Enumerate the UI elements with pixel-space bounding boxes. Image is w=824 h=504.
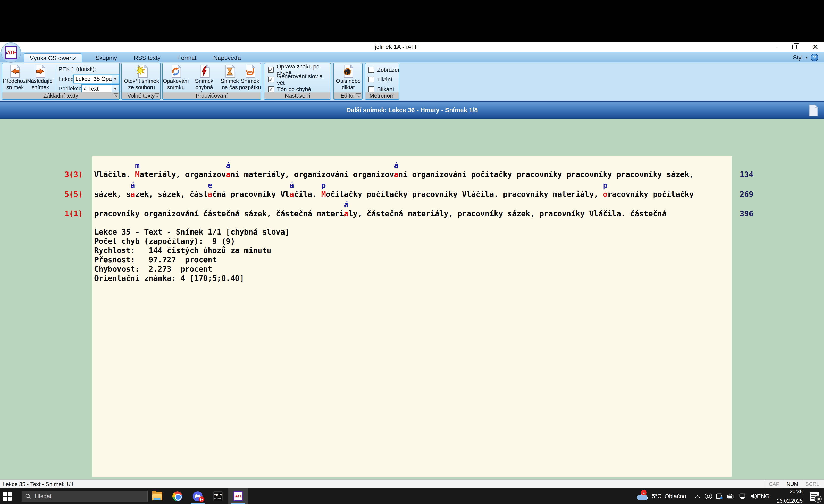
repeat-slide-button[interactable]: Opakování snímku — [164, 65, 188, 91]
checkbox-label: Generování slov a vět — [277, 73, 331, 86]
restore-icon — [792, 44, 797, 49]
discord-button[interactable]: 9+ — [188, 489, 208, 504]
app-menu-button[interactable]: iATF — [1, 42, 21, 63]
checkbox-label: Tón po chybě — [277, 86, 311, 93]
checked-checkbox-icon[interactable]: ✓ — [268, 86, 274, 92]
chevron-down-icon[interactable]: ▼ — [112, 85, 118, 93]
restore-button[interactable] — [790, 42, 800, 52]
next-slide-button[interactable]: Následující snímek — [27, 65, 54, 91]
unchecked-checkbox-icon[interactable] — [368, 86, 374, 92]
next-slide-text: Další snímek: Lekce 36 - Hmaty - Snímek … — [0, 102, 824, 118]
group-zakladni-texty: Předchozí snímek Následující snímek PEK … — [2, 63, 120, 100]
group-editor: Opis nebo diktát Editor ↘ — [333, 63, 363, 100]
tab-3[interactable]: RSS texty — [130, 53, 164, 62]
group-nastaveni: ✓Oprava znaku po chybě✓Generování slov a… — [264, 63, 331, 100]
help-button[interactable]: ? — [811, 53, 818, 61]
error-words-slide-button[interactable]: Snímek chybná slova — [189, 65, 220, 97]
error-letter: a — [226, 170, 230, 179]
previous-slide-button[interactable]: Předchozí snímek — [4, 65, 26, 91]
stroke-count: 269 — [740, 190, 753, 199]
screen: jelinek 1A - iATF ✕ iATF Výuka CS qwertz… — [0, 0, 824, 504]
tray-chevron-button[interactable] — [695, 489, 701, 504]
stat-line: Přesnost: 97.727 procent — [94, 255, 290, 264]
hourglass-icon — [224, 65, 236, 78]
dialog-launcher-icon[interactable]: ↘ — [356, 93, 361, 98]
stroke-count: 134 — [740, 170, 753, 179]
error-letter: a — [344, 209, 348, 218]
backwards-slide-button[interactable]: Snímek pozpátku — [239, 65, 261, 91]
error-counter: 1(1) — [60, 209, 83, 218]
checked-checkbox-icon[interactable]: ✓ — [268, 77, 274, 83]
start-button[interactable] — [3, 492, 12, 501]
lekce-label: Lekce: — [59, 76, 75, 83]
backwards-icon — [244, 65, 256, 78]
iatf-app-button[interactable]: iATF — [228, 489, 248, 504]
tray-icons — [705, 489, 757, 504]
dialog-launcher-icon[interactable]: ↘ — [154, 93, 159, 98]
chevron-down-icon[interactable]: ▾ — [806, 55, 808, 60]
page-arrow-left-icon — [9, 65, 21, 78]
battery-tray-icon[interactable] — [727, 493, 735, 499]
lekce-dropdown[interactable]: Lekce 35 Opak. ▼ — [73, 75, 119, 83]
pek-label: PEK 1 (dotisk): — [59, 66, 96, 73]
checkbox-zobrazen-[interactable]: Zobrazení — [368, 65, 399, 75]
notification-badge: 10 — [814, 495, 822, 503]
discord-badge: 9+ — [199, 496, 204, 502]
podlekce-dropdown[interactable]: ¤ Text ▼ — [82, 85, 119, 93]
close-button[interactable]: ✕ — [811, 42, 820, 52]
typed-text-line: sázek, sazek, sázek, částačná pracovníky… — [94, 190, 694, 199]
chevron-down-icon[interactable]: ▼ — [112, 75, 118, 83]
discord-icon: 9+ — [193, 491, 203, 501]
search-placeholder: Hledat — [35, 493, 51, 500]
next-slide-info-bar: Další snímek: Lekce 36 - Hmaty - Snímek … — [0, 101, 824, 119]
tab-1[interactable]: Výuka CS qwertz — [24, 53, 82, 62]
search-box[interactable]: Hledat — [21, 491, 147, 502]
stat-line: Lekce 35 - Text - Snímek 1/1 [chybná slo… — [94, 228, 290, 237]
minimize-button[interactable] — [769, 42, 779, 52]
correction-letters: m á á — [94, 161, 399, 170]
style-menu[interactable]: Styl — [793, 54, 803, 61]
chrome-button[interactable] — [167, 489, 188, 504]
notification-icon: 10 — [810, 492, 819, 501]
ribbon-tabs: Výuka CS qwertzSkupinyRSS textyFormátNáp… — [24, 53, 244, 62]
clock[interactable]: 20:35 26.02.2025 — [775, 489, 803, 504]
epic-games-button[interactable]: EPIC GAMES — [208, 489, 228, 504]
copy-or-dictation-button[interactable]: Opis nebo diktát — [334, 65, 362, 91]
search-icon — [25, 493, 31, 499]
error-letter: a — [394, 170, 399, 179]
clock-date: 26.02.2025 — [777, 498, 803, 504]
weather-widget[interactable]: 1 5°C Oblačno — [636, 489, 686, 504]
volume-tray-icon[interactable] — [750, 493, 757, 499]
nastaveni-checkboxes: ✓Oprava znaku po chybě✓Generování slov a… — [268, 65, 331, 94]
stat-line: Počet chyb (započítaný): 9 (9) — [94, 237, 290, 246]
indicator-num: NUM — [783, 480, 802, 489]
repeat-icon — [170, 65, 182, 78]
checkbox-generov-n-slov-a-v-t[interactable]: ✓Generování slov a vět — [268, 75, 331, 85]
checkbox-tik-n-[interactable]: Tikání — [368, 75, 399, 85]
checked-checkbox-icon[interactable]: ✓ — [268, 67, 274, 73]
timed-slide-button[interactable]: Snímek na čas — [220, 65, 239, 91]
weather-condition: Oblačno — [664, 493, 686, 500]
open-slide-from-file-button[interactable]: Otevřít snímek ze souboru — [123, 65, 160, 91]
tab-2[interactable]: Skupiny — [92, 53, 120, 62]
error-letter: a — [290, 190, 294, 199]
notification-center-button[interactable]: 10 — [810, 489, 819, 504]
rotation-lock-tray-icon[interactable] — [716, 493, 723, 499]
correction-letters: á — [94, 200, 348, 209]
checkbox-label: Blikání — [377, 86, 394, 93]
camera-tray-icon[interactable] — [705, 493, 712, 499]
language-indicator[interactable]: ENG — [757, 489, 770, 504]
tab-4[interactable]: Formát — [174, 53, 200, 62]
network-tray-icon[interactable] — [739, 493, 746, 499]
iatf-logo-icon: iATF — [5, 46, 17, 59]
checkbox-label: Zobrazení — [377, 67, 399, 73]
unchecked-checkbox-icon[interactable] — [368, 67, 374, 73]
file-explorer-button[interactable] — [147, 489, 167, 504]
tab-5[interactable]: Nápověda — [210, 53, 244, 62]
indicator-cap: CAP — [765, 480, 783, 489]
unchecked-checkbox-icon[interactable] — [368, 77, 374, 83]
minimize-icon — [771, 47, 777, 47]
typed-text-line: pracovníky organizování částečná sázek, … — [94, 209, 666, 218]
document-icon[interactable] — [809, 105, 818, 117]
dialog-launcher-icon[interactable]: ↘ — [114, 93, 118, 98]
